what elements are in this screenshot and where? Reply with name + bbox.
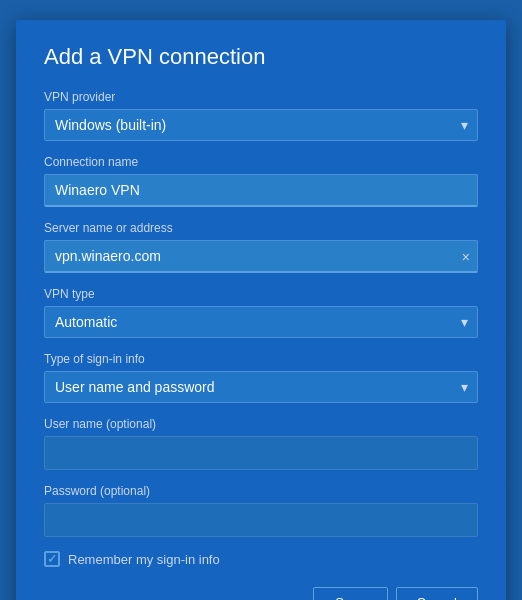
vpn-dialog: Add a VPN connection VPN provider Window… [16,20,506,600]
sign-in-type-select-wrapper: User name and password [44,371,478,403]
vpn-type-select-wrapper: Automatic [44,306,478,338]
username-group: User name (optional) [44,417,478,470]
connection-name-input[interactable] [44,174,478,207]
remember-signin-label[interactable]: Remember my sign-in info [68,552,220,567]
save-button[interactable]: Save [313,587,388,600]
vpn-type-label: VPN type [44,287,478,301]
dialog-title: Add a VPN connection [44,44,478,70]
vpn-provider-group: VPN provider Windows (built-in) [44,90,478,141]
checkmark-icon: ✓ [47,552,57,566]
remember-signin-row: ✓ Remember my sign-in info [44,551,478,567]
clear-icon[interactable]: × [462,250,470,264]
sign-in-type-select[interactable]: User name and password [44,371,478,403]
password-group: Password (optional) [44,484,478,537]
username-label: User name (optional) [44,417,478,431]
sign-in-type-label: Type of sign-in info [44,352,478,366]
server-name-label: Server name or address [44,221,478,235]
server-name-input-wrapper: × [44,240,478,273]
button-row: Save Cancel [44,587,478,600]
sign-in-type-group: Type of sign-in info User name and passw… [44,352,478,403]
connection-name-group: Connection name [44,155,478,207]
password-input-disabled [44,503,478,537]
server-name-group: Server name or address × [44,221,478,273]
username-input-disabled [44,436,478,470]
vpn-provider-select-wrapper: Windows (built-in) [44,109,478,141]
vpn-provider-label: VPN provider [44,90,478,104]
vpn-type-group: VPN type Automatic [44,287,478,338]
cancel-button[interactable]: Cancel [396,587,478,600]
server-name-input[interactable] [44,240,478,273]
vpn-type-select[interactable]: Automatic [44,306,478,338]
vpn-provider-select[interactable]: Windows (built-in) [44,109,478,141]
remember-signin-checkbox[interactable]: ✓ [44,551,60,567]
password-label: Password (optional) [44,484,478,498]
connection-name-label: Connection name [44,155,478,169]
